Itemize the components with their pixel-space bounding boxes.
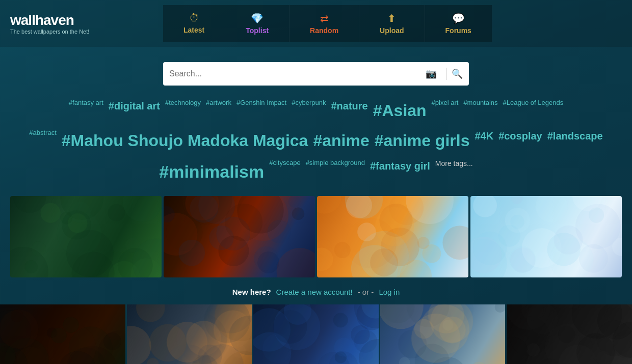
tag-mountains[interactable]: #mountains	[463, 98, 497, 124]
tag-cyberpunk[interactable]: #cyberpunk	[292, 98, 326, 124]
tag-digital-art[interactable]: #digital art	[109, 98, 160, 124]
tag-anime-girls[interactable]: #anime girls	[375, 128, 470, 154]
toplist-icon: 💎	[251, 12, 264, 24]
new-here-label: New here?	[232, 288, 271, 296]
header: wallhaven The best wallpapers on the Net…	[0, 0, 632, 47]
logo-area: wallhaven The best wallpapers on the Net…	[10, 12, 112, 35]
new-here-banner: New here? Create a new account! - or - L…	[0, 281, 632, 303]
tag-genshin-impact[interactable]: #Genshin Impact	[236, 98, 286, 124]
search-input[interactable]	[169, 69, 426, 78]
wallpaper-canvas-4	[470, 196, 622, 277]
gallery-item-4[interactable]	[380, 304, 506, 364]
tag-abstract[interactable]: #abstract	[29, 128, 56, 154]
camera-icon[interactable]: 📷	[426, 68, 437, 79]
tag-asian[interactable]: #Asian	[373, 98, 427, 124]
search-section: 📷 🔍	[0, 47, 632, 91]
tag-4k[interactable]: #4K	[475, 128, 493, 154]
tag-minimalism[interactable]: #minimalism	[159, 158, 264, 185]
gallery-item-1[interactable]	[0, 304, 125, 364]
tag-cityscape[interactable]: #cityscape	[269, 158, 300, 185]
wallpaper-thumb-1[interactable]	[10, 196, 162, 277]
logo-subtitle: The best wallpapers on the Net!	[10, 29, 112, 35]
tag-nature[interactable]: #nature	[331, 98, 367, 124]
tag-pixel-art[interactable]: #pixel art	[432, 98, 459, 124]
nav-tabs: ⏱ Latest 💎 Toplist ⇄ Random ⬆ Upload 💬 F…	[163, 5, 492, 42]
wallpaper-canvas-3	[317, 196, 468, 277]
latest-label: Latest	[183, 26, 204, 34]
gallery-canvas-2	[127, 304, 252, 364]
tag-madoka-magica[interactable]: #Mahou Shoujo Madoka Magica	[62, 128, 308, 154]
latest-icon: ⏱	[189, 12, 199, 24]
upload-icon: ⬆	[387, 12, 396, 24]
nav-tab-forums[interactable]: 💬 Forums	[425, 5, 492, 42]
wallpaper-canvas-1	[10, 196, 162, 277]
random-label: Random	[310, 26, 338, 35]
gallery-item-3[interactable]	[253, 304, 379, 364]
gallery-canvas-3	[253, 304, 379, 364]
gallery-item-5[interactable]	[507, 304, 632, 364]
tag-technology[interactable]: #technology	[165, 98, 201, 124]
nav-tab-random[interactable]: ⇄ Random	[289, 5, 359, 42]
search-divider	[446, 68, 446, 80]
nav-tab-upload[interactable]: ⬆ Upload	[359, 5, 425, 42]
new-here-or: - or -	[358, 288, 374, 296]
forums-icon: 💬	[452, 12, 465, 24]
tags-row-3: #minimalism #cityscape #simple backgroun…	[159, 158, 473, 185]
create-account-link[interactable]: Create a new account!	[276, 288, 353, 296]
search-bar: 📷 🔍	[163, 62, 469, 86]
gallery-canvas-1	[0, 304, 125, 364]
gallery-canvas-5	[507, 304, 632, 364]
wallpaper-thumb-4[interactable]	[470, 196, 622, 277]
gallery-canvas-4	[380, 304, 506, 364]
wallpaper-canvas-2	[164, 196, 315, 277]
login-link[interactable]: Log in	[379, 288, 400, 296]
search-icon[interactable]: 🔍	[452, 68, 463, 79]
tag-league-of-legends[interactable]: #League of Legends	[503, 98, 564, 124]
forums-label: Forums	[445, 26, 471, 35]
tag-fantasy-girl[interactable]: #fantasy girl	[370, 158, 430, 185]
bottom-gallery	[0, 303, 632, 364]
tags-row-2: #abstract #Mahou Shoujo Madoka Magica #a…	[29, 128, 602, 154]
tag-fantasy-art[interactable]: #fantasy art	[69, 98, 103, 124]
tag-landscape[interactable]: #landscape	[547, 128, 603, 154]
wallpaper-thumb-3[interactable]	[317, 196, 468, 277]
nav-tab-toplist[interactable]: 💎 Toplist	[225, 5, 289, 42]
nav-tab-latest[interactable]: ⏱ Latest	[163, 5, 225, 42]
toplist-label: Toplist	[246, 26, 269, 35]
tag-simple-background[interactable]: #simple background	[306, 158, 365, 185]
tags-row-1: #fantasy art #digital art #technology #a…	[69, 98, 563, 124]
tag-cosplay[interactable]: #cosplay	[498, 128, 542, 154]
upload-label: Upload	[380, 26, 404, 35]
wallpaper-thumb-2[interactable]	[164, 196, 315, 277]
more-tags-link[interactable]: More tags...	[435, 158, 473, 185]
logo-title: wallhaven	[10, 12, 112, 29]
gallery-item-2[interactable]	[127, 304, 252, 364]
top-wallpaper-row	[0, 193, 632, 281]
tags-section: #fantasy art #digital art #technology #a…	[0, 91, 632, 193]
tag-anime[interactable]: #anime	[313, 128, 369, 154]
random-icon: ⇄	[320, 12, 329, 24]
tag-artwork[interactable]: #artwork	[206, 98, 231, 124]
